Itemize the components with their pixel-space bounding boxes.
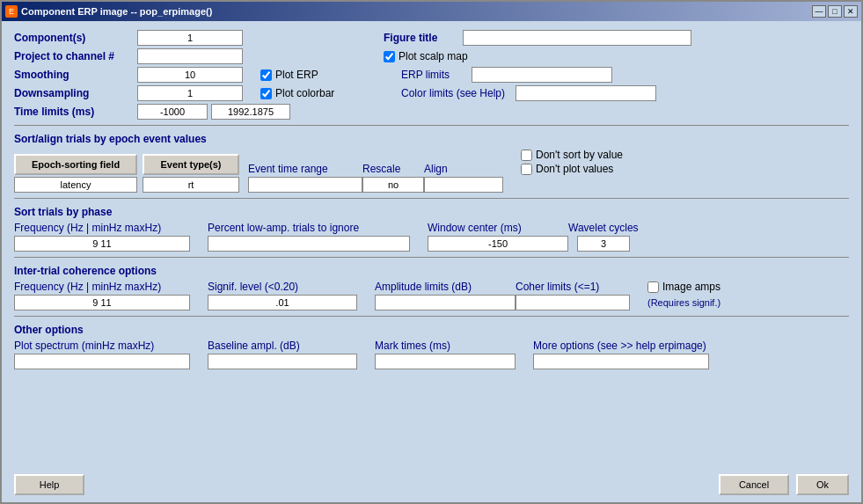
timelimits-input1[interactable] xyxy=(137,104,208,120)
coher-label: Coher limits (<=1) xyxy=(516,281,630,293)
help-button[interactable]: Help xyxy=(14,474,84,495)
erp-limits-input[interactable] xyxy=(472,67,612,83)
other-section-header: Other options xyxy=(14,324,849,336)
divider4 xyxy=(14,316,849,317)
phase-freq-input[interactable] xyxy=(14,236,190,252)
coh-freq-label: Frequency (Hz | minHz maxHz) xyxy=(14,281,190,293)
plot-colorbar-label: Plot colorbar xyxy=(275,87,334,99)
smoothing-input[interactable] xyxy=(137,67,243,83)
dont-sort-row: Don't sort by value xyxy=(521,149,623,161)
dont-sort-label: Don't sort by value xyxy=(536,149,623,161)
signif-input[interactable] xyxy=(208,295,357,310)
project-input[interactable] xyxy=(137,48,243,64)
figure-title-label: Figure title xyxy=(384,32,463,44)
plot-scalp-map-checkbox[interactable] xyxy=(384,51,395,62)
plot-scalp-map-row: Plot scalp map xyxy=(384,50,468,62)
window-center-label: Window center (ms) xyxy=(428,222,568,234)
image-amps-col: Image amps xyxy=(647,281,720,293)
plot-colorbar-row: Plot colorbar xyxy=(260,87,401,99)
dont-plot-label: Don't plot values xyxy=(536,163,613,175)
ok-button[interactable]: Ok xyxy=(796,474,849,495)
coher-input[interactable] xyxy=(516,295,630,310)
image-amps-row: Image amps xyxy=(647,281,720,293)
baseline-label: Baseline ampl. (dB) xyxy=(208,340,357,352)
percent-label: Percent low-amp. trials to ignore xyxy=(208,222,410,234)
wavelet-cycles-input[interactable] xyxy=(577,236,630,252)
more-options-input[interactable] xyxy=(533,354,709,369)
event-time-range-label: Event time range xyxy=(248,163,362,175)
main-window: E Component ERP image -- pop_erpimage() … xyxy=(0,0,863,504)
timelimits-label: Time limits (ms) xyxy=(14,106,137,118)
image-amps-label: Image amps xyxy=(662,281,720,293)
image-amps-note: (Requires signif.) xyxy=(647,297,720,308)
plot-spectrum-input[interactable] xyxy=(14,354,190,369)
dont-plot-row: Don't plot values xyxy=(521,163,623,175)
percent-input[interactable] xyxy=(208,236,410,252)
signif-label: Signif. level (<0.20) xyxy=(208,281,357,293)
divider1 xyxy=(14,125,849,126)
align-input[interactable] xyxy=(424,177,503,193)
footer: Help Cancel Ok xyxy=(2,469,861,502)
plot-scalp-map-label: Plot scalp map xyxy=(399,50,468,62)
components-input[interactable] xyxy=(137,30,243,46)
baseline-input[interactable] xyxy=(208,354,357,369)
event-types-value-input[interactable] xyxy=(143,177,239,193)
smoothing-label: Smoothing xyxy=(14,69,137,81)
amplitude-label: Amplitude limits (dB) xyxy=(375,281,516,293)
sort-checkboxes: Don't sort by value Don't plot values xyxy=(521,149,623,175)
components-label: Component(s) xyxy=(14,32,137,44)
maximize-button[interactable]: □ xyxy=(828,5,842,18)
plot-spectrum-label: Plot spectrum (minHz maxHz) xyxy=(14,340,190,352)
coh-freq-input[interactable] xyxy=(14,295,190,310)
plot-erp-row: Plot ERP xyxy=(260,69,401,81)
downsampling-label: Downsampling xyxy=(14,87,137,99)
timelimits-input2[interactable] xyxy=(211,104,290,120)
event-time-range-input[interactable] xyxy=(248,177,362,193)
mark-times-label: Mark times (ms) xyxy=(375,340,516,352)
color-limits-input[interactable] xyxy=(516,85,656,101)
plot-erp-label: Plot ERP xyxy=(275,69,318,81)
title-bar: E Component ERP image -- pop_erpimage() … xyxy=(2,2,861,21)
event-types-btn[interactable]: Event type(s) xyxy=(143,154,239,175)
minimize-button[interactable]: — xyxy=(812,5,826,18)
rescale-input[interactable] xyxy=(362,177,424,193)
title-bar-left: E Component ERP image -- pop_erpimage() xyxy=(5,5,212,18)
cancel-button[interactable]: Cancel xyxy=(719,474,789,495)
more-options-label: More options (see >> help erpimage) xyxy=(533,340,706,352)
project-label: Project to channel # xyxy=(14,50,137,62)
erp-limits-label: ERP limits xyxy=(401,69,472,81)
window-title: Component ERP image -- pop_erpimage() xyxy=(21,6,212,17)
plot-erp-checkbox[interactable] xyxy=(260,69,272,81)
divider2 xyxy=(14,198,849,199)
dont-plot-checkbox[interactable] xyxy=(521,164,532,175)
align-label: Align xyxy=(424,163,503,175)
main-content: Component(s) Figure title Project to cha… xyxy=(2,21,861,469)
window-center-input[interactable] xyxy=(428,236,568,252)
amplitude-input[interactable] xyxy=(375,295,516,310)
image-amps-checkbox[interactable] xyxy=(647,281,659,293)
mark-times-input[interactable] xyxy=(375,354,516,369)
sort-section-header: Sort/align trials by epoch event values xyxy=(14,133,849,145)
app-icon: E xyxy=(5,5,18,18)
phase-freq-label: Frequency (Hz | minHz maxHz) xyxy=(14,222,190,234)
phase-section-header: Sort trials by phase xyxy=(14,206,849,218)
title-controls: — □ ✕ xyxy=(812,5,858,18)
coherence-section-header: Inter-trial coherence options xyxy=(14,265,849,277)
epoch-sorting-field-btn[interactable]: Epoch-sorting field xyxy=(14,154,137,175)
divider3 xyxy=(14,257,849,258)
footer-right: Cancel Ok xyxy=(719,474,849,495)
wavelet-cycles-label: Wavelet cycles xyxy=(568,222,656,234)
color-limits-label: Color limits (see Help) xyxy=(401,87,516,99)
plot-colorbar-checkbox[interactable] xyxy=(260,88,272,99)
epoch-sorting-value-input[interactable] xyxy=(14,177,137,193)
dont-sort-checkbox[interactable] xyxy=(521,150,532,161)
close-button[interactable]: ✕ xyxy=(844,5,858,18)
rescale-label: Rescale xyxy=(362,163,424,175)
downsampling-input[interactable] xyxy=(137,85,243,101)
figure-title-input[interactable] xyxy=(463,30,691,46)
